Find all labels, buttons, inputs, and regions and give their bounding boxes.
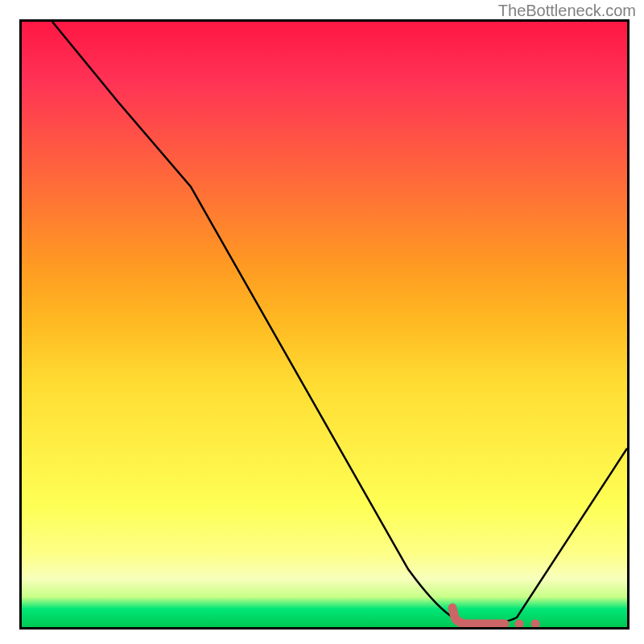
svg-point-0 — [515, 620, 524, 628]
chart-area — [19, 19, 630, 630]
svg-point-1 — [531, 620, 540, 628]
chart-svg — [22, 22, 627, 627]
watermark-text: TheBottleneck.com — [498, 2, 636, 20]
bottleneck-curve-line — [52, 22, 627, 624]
optimal-marker — [452, 608, 540, 627]
